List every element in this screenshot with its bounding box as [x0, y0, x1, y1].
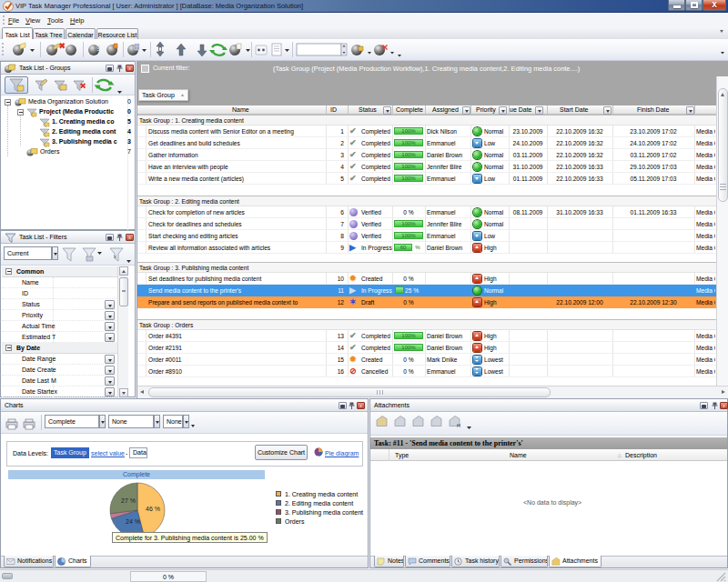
svg-text:H: H — [457, 423, 460, 428]
svg-text:g: g — [96, 44, 100, 51]
